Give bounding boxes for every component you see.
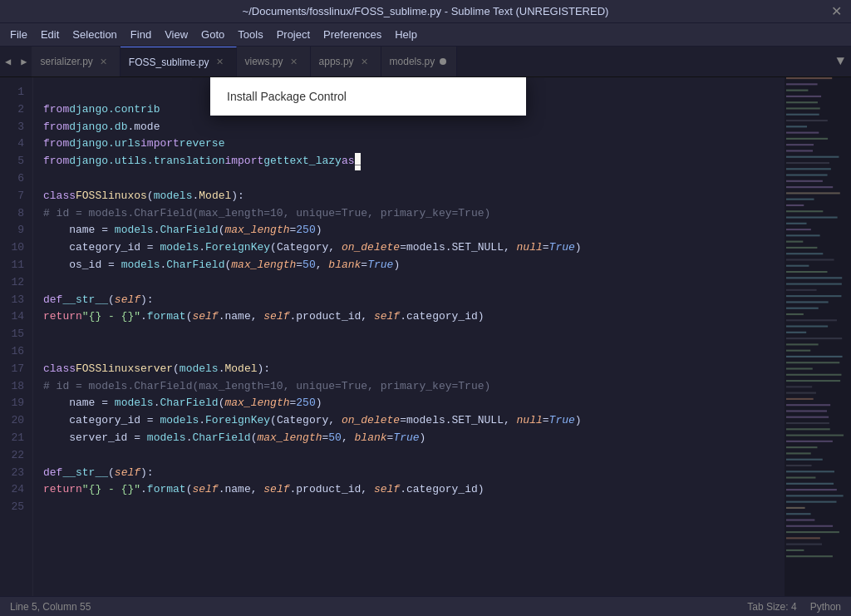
code-line-15 <box>43 326 775 343</box>
tab-overflow-button[interactable]: ▼ <box>829 54 851 69</box>
code-line-19: name = models.CharField(max_length=250) <box>43 395 775 412</box>
line-num-17: 17 <box>7 361 29 378</box>
code-line-24: return "{} - {}".format(self.name, self.… <box>43 481 775 499</box>
close-button[interactable]: ✕ <box>828 3 844 20</box>
tab-label: models.py <box>390 56 435 67</box>
tab-label: serializer.py <box>40 56 92 67</box>
line-num-25: 25 <box>7 499 29 516</box>
tab-foss-sublime[interactable]: FOSS_sublime.py ✕ <box>121 47 237 76</box>
line-num-18: 18 <box>7 378 29 396</box>
line-num-12: 12 <box>7 274 29 292</box>
line-numbers: 1 2 3 4 5 6 7 8 9 10 11 12 13 14 15 16 1… <box>0 77 33 596</box>
code-line-25 <box>43 499 775 516</box>
line-num-6: 6 <box>7 170 29 188</box>
line-num-13: 13 <box>7 292 29 309</box>
code-line-18: # id = models.CharField(max_length=10, u… <box>43 378 775 396</box>
title-bar: ~/Documents/fosslinux/FOSS_sublime.py - … <box>0 0 851 23</box>
code-editor[interactable]: Install Package Control from django.cont… <box>33 77 785 596</box>
line-num-2: 2 <box>7 101 29 119</box>
menu-tools[interactable]: Tools <box>231 26 269 43</box>
line-num-11: 11 <box>7 257 29 274</box>
title-text: ~/Documents/fosslinux/FOSS_sublime.py - … <box>243 5 609 17</box>
line-num-22: 22 <box>7 447 29 465</box>
code-line-6 <box>43 170 775 188</box>
tab-label: apps.py <box>319 56 354 67</box>
minimap <box>785 77 851 596</box>
line-num-24: 24 <box>7 481 29 499</box>
line-num-16: 16 <box>7 343 29 361</box>
code-line-8: # id = models.CharField(max_length=10, u… <box>43 205 775 223</box>
menu-view[interactable]: View <box>158 26 194 43</box>
code-line-5: from django.utils.translation import get… <box>43 153 775 170</box>
code-line-7: class FOSSlinuxos(models.Model): <box>43 188 775 205</box>
tab-close-apps[interactable]: ✕ <box>359 56 371 67</box>
menu-help[interactable]: Help <box>388 26 424 43</box>
line-num-23: 23 <box>7 465 29 482</box>
code-line-21: server_id = models.CharField(max_length=… <box>43 430 775 447</box>
command-dropdown-text: Install Package Control <box>227 90 347 103</box>
code-line-20: category_id = models.ForeignKey(Category… <box>43 412 775 430</box>
tab-label: FOSS_sublime.py <box>129 57 209 68</box>
language-mode[interactable]: Python <box>810 601 841 613</box>
tab-models[interactable]: models.py <box>381 47 458 76</box>
status-bar: Line 5, Column 55 Tab Size: 4 Python <box>0 596 851 616</box>
minimap-canvas <box>785 77 851 596</box>
tab-scroll-right-button[interactable]: ▶ <box>16 56 32 68</box>
menu-selection[interactable]: Selection <box>66 26 123 43</box>
line-num-1: 1 <box>7 84 29 101</box>
menu-goto[interactable]: Goto <box>194 26 231 43</box>
line-num-8: 8 <box>7 205 29 223</box>
tab-views[interactable]: views.py ✕ <box>237 47 311 76</box>
line-num-20: 20 <box>7 412 29 430</box>
line-num-10: 10 <box>7 239 29 257</box>
tab-serializer[interactable]: serializer.py ✕ <box>32 47 120 76</box>
code-line-17: class FOSSlinuxserver(models.Model): <box>43 361 775 378</box>
tab-modified-indicator <box>440 58 446 65</box>
code-line-16 <box>43 343 775 361</box>
command-dropdown[interactable]: Install Package Control <box>210 77 526 116</box>
menu-file[interactable]: File <box>3 26 34 43</box>
menu-find[interactable]: Find <box>124 26 158 43</box>
code-line-4: from django.urls import reverse <box>43 136 775 153</box>
line-num-9: 9 <box>7 222 29 239</box>
line-num-4: 4 <box>7 136 29 153</box>
menu-project[interactable]: Project <box>270 26 317 43</box>
cursor-position: Line 5, Column 55 <box>10 601 91 613</box>
tab-close-views[interactable]: ✕ <box>288 56 300 67</box>
tab-scroll-left-button[interactable]: ◀ <box>0 56 16 68</box>
code-line-13: def __str__(self): <box>43 292 775 309</box>
menu-preferences[interactable]: Preferences <box>317 26 388 43</box>
tab-close-foss-sublime[interactable]: ✕ <box>214 57 226 68</box>
code-line-11: os_id = models.CharField(max_length=50, … <box>43 257 775 274</box>
tab-apps[interactable]: apps.py ✕ <box>311 47 381 76</box>
menu-bar: File Edit Selection Find View Goto Tools… <box>0 23 851 47</box>
line-num-21: 21 <box>7 430 29 447</box>
menu-edit[interactable]: Edit <box>34 26 66 43</box>
code-line-22 <box>43 447 775 465</box>
line-num-19: 19 <box>7 395 29 412</box>
line-num-14: 14 <box>7 308 29 326</box>
code-line-10: category_id = models.ForeignKey(Category… <box>43 239 775 257</box>
status-right: Tab Size: 4 Python <box>747 601 841 613</box>
code-line-3: from django.db.mode <box>43 119 775 136</box>
tab-size[interactable]: Tab Size: 4 <box>747 601 796 613</box>
code-line-9: name = models.CharField(max_length=250) <box>43 222 775 239</box>
line-num-7: 7 <box>7 188 29 205</box>
line-num-15: 15 <box>7 326 29 343</box>
status-left: Line 5, Column 55 <box>10 601 91 613</box>
code-line-23: def __str__(self): <box>43 465 775 482</box>
line-num-5: 5 <box>7 153 29 170</box>
code-line-14: return "{} - {}".format(self.name, self.… <box>43 308 775 326</box>
main-content: 1 2 3 4 5 6 7 8 9 10 11 12 13 14 15 16 1… <box>0 77 851 596</box>
line-num-3: 3 <box>7 119 29 136</box>
tab-bar: ◀ ▶ serializer.py ✕ FOSS_sublime.py ✕ vi… <box>0 47 851 77</box>
code-line-12 <box>43 274 775 292</box>
tab-close-serializer[interactable]: ✕ <box>98 56 110 67</box>
tab-label: views.py <box>245 56 283 67</box>
